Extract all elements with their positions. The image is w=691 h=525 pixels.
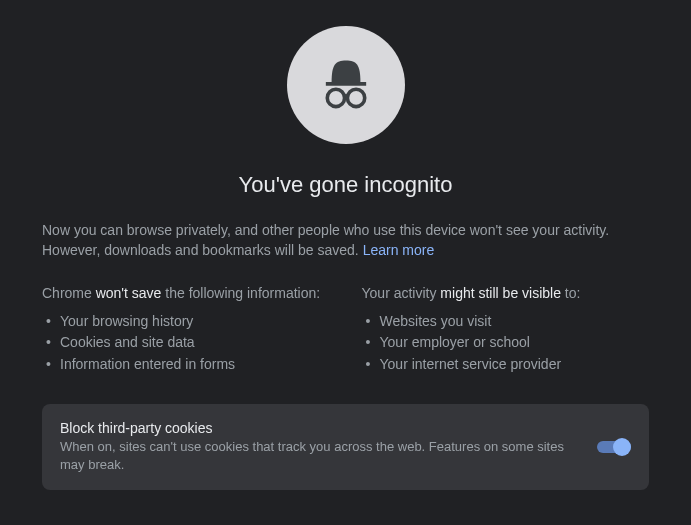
cookies-title: Block third-party cookies (60, 420, 579, 436)
block-cookies-toggle[interactable] (597, 438, 631, 456)
svg-point-0 (327, 89, 344, 106)
learn-more-link[interactable]: Learn more (363, 242, 435, 258)
list-item: Cookies and site data (42, 332, 330, 354)
cookies-desc: When on, sites can't use cookies that tr… (60, 438, 579, 474)
page-title: You've gone incognito (239, 172, 453, 198)
wont-save-list: Your browsing history Cookies and site d… (42, 311, 330, 376)
cookies-card: Block third-party cookies When on, sites… (42, 404, 649, 490)
visible-to-column: Your activity might still be visible to:… (362, 285, 650, 376)
visible-to-heading: Your activity might still be visible to: (362, 285, 650, 301)
list-item: Your browsing history (42, 311, 330, 333)
list-item: Information entered in forms (42, 354, 330, 376)
svg-point-1 (347, 89, 364, 106)
visible-to-list: Websites you visit Your employer or scho… (362, 311, 650, 376)
incognito-icon (287, 26, 405, 144)
list-item: Websites you visit (362, 311, 650, 333)
cookies-text: Block third-party cookies When on, sites… (60, 420, 579, 474)
wont-save-column: Chrome won't save the following informat… (42, 285, 330, 376)
intro-body: Now you can browse privately, and other … (42, 222, 609, 258)
hat-glasses-icon (310, 49, 382, 121)
intro-text: Now you can browse privately, and other … (42, 220, 649, 261)
incognito-page: You've gone incognito Now you can browse… (0, 0, 691, 490)
info-columns: Chrome won't save the following informat… (42, 285, 649, 376)
toggle-thumb (613, 438, 631, 456)
wont-save-heading: Chrome won't save the following informat… (42, 285, 330, 301)
list-item: Your employer or school (362, 332, 650, 354)
list-item: Your internet service provider (362, 354, 650, 376)
